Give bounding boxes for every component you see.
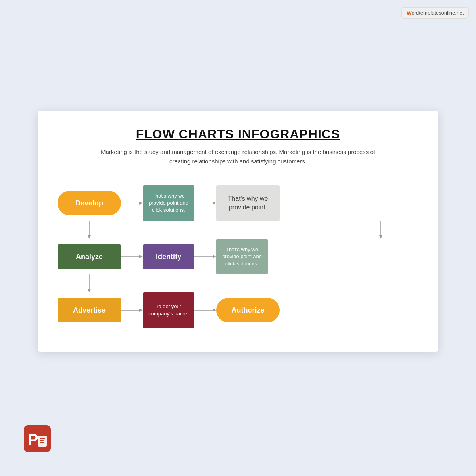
- svg-marker-3: [213, 202, 216, 205]
- svg-text:P: P: [28, 431, 38, 448]
- arrow-1-2: [194, 199, 216, 207]
- down-arrow-right-1: [375, 221, 387, 239]
- node-provide-green2: That's why we provide point and click so…: [216, 239, 268, 274]
- powerpoint-icon: P: [23, 424, 52, 453]
- svg-marker-17: [213, 309, 216, 312]
- node-authorize: Authorize: [216, 298, 280, 322]
- svg-rect-23: [40, 442, 44, 443]
- arrow-3-1: [121, 306, 143, 314]
- watermark-w: W: [407, 10, 411, 16]
- row-connector-2: [58, 274, 418, 292]
- node-identify: Identify: [143, 244, 194, 269]
- watermark-text: ordtemplatesonline.net: [411, 10, 464, 16]
- main-card: FLOW CHARTS INFOGRAPHICS Marketing is th…: [38, 111, 438, 352]
- svg-rect-20: [38, 436, 47, 447]
- svg-marker-1: [139, 202, 143, 205]
- svg-marker-5: [88, 235, 91, 239]
- arrow-3-2: [194, 306, 216, 314]
- svg-marker-13: [88, 289, 91, 292]
- node-analyze: Analyze: [58, 244, 121, 269]
- arrow-2-2: [194, 253, 216, 261]
- flow-row-3: Advertise To get your company's name. Au…: [58, 292, 418, 328]
- svg-rect-21: [40, 438, 45, 439]
- svg-rect-22: [40, 440, 44, 441]
- page-subtitle: Marketing is the study and management of…: [99, 147, 377, 166]
- arrow-2-1: [121, 253, 143, 261]
- svg-marker-11: [213, 255, 216, 258]
- node-advertise: Advertise: [58, 298, 121, 322]
- node-provide-green: That's why we provide point and click so…: [143, 185, 194, 221]
- arrow-1-1: [121, 199, 143, 207]
- watermark: Wordtemplatesonline.net: [401, 7, 469, 19]
- svg-marker-9: [139, 255, 143, 258]
- node-company: To get your company's name.: [143, 292, 194, 328]
- flow-row-2: Analyze Identify That's why we provide p…: [58, 239, 418, 274]
- node-develop: Develop: [58, 191, 121, 215]
- down-arrow-2: [83, 274, 95, 292]
- page-title: FLOW CHARTS INFOGRAPHICS: [58, 127, 418, 142]
- row-connector-1: [58, 221, 418, 239]
- svg-marker-7: [379, 235, 382, 239]
- svg-marker-15: [139, 309, 143, 312]
- flow-row-1: Develop That's why we provide point and …: [58, 185, 418, 221]
- flowchart: Develop That's why we provide point and …: [58, 181, 418, 332]
- node-provide-gray: That's why we provide point.: [216, 185, 280, 221]
- down-arrow-1: [83, 221, 95, 239]
